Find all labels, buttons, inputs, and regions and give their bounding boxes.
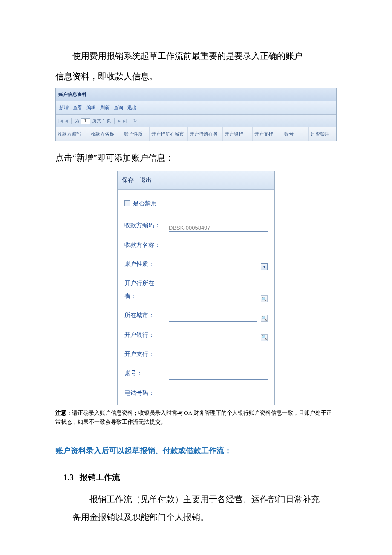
disable-checkbox[interactable] (124, 200, 130, 206)
label-city: 所在城市： (124, 309, 165, 321)
heading-num: 1.3 (63, 473, 74, 482)
grid-title: 账户信息资料 (56, 88, 336, 101)
pager-prev-icon[interactable]: ◀ (65, 116, 68, 125)
disable-label: 是否禁用 (133, 197, 157, 210)
note: 注意：请正确录入账户信息资料；收银员录入时需与 OA 财务管理下的个人银行账户资… (55, 409, 337, 427)
pager-first-icon[interactable]: |◀ (58, 116, 63, 125)
pager-page-input[interactable] (81, 118, 90, 124)
dropdown-icon[interactable]: ▾ (261, 263, 268, 270)
add-caption: 点击“新增”即可添加账户信息： (55, 149, 337, 167)
pager-label-suffix: 页共 1 页 (92, 116, 111, 126)
label-name: 收款方名称： (124, 239, 165, 251)
col-name[interactable]: 收款方名称 (89, 127, 122, 141)
toolbar-edit[interactable]: 编辑 (86, 103, 96, 113)
label-account: 账号： (124, 367, 165, 379)
note-label: 注意： (55, 410, 72, 416)
grid-headers: 收款方编码 收款方名称 账户性质 开户行所在城市 开户行所在省 开户银行 开户支… (56, 127, 336, 141)
body-1-3-a: 报销工作流（见单付款）主要用于各经营、运作部门日常补充 (72, 490, 337, 508)
col-disabled[interactable]: 是否禁用 (309, 127, 336, 141)
toolbar-add[interactable]: 新增 (59, 103, 69, 113)
lookup-icon[interactable]: 🔍 (261, 295, 268, 302)
input-name[interactable] (169, 243, 268, 251)
input-code[interactable] (169, 224, 268, 232)
grid-toolbar: 新增 查看 编辑 刷新 查询 退出 (56, 101, 336, 115)
intro-line-1: 使用费用报销系统起草工作流前最重要的是要录入正确的账户 (55, 47, 337, 65)
col-code[interactable]: 收款方编码 (56, 127, 89, 141)
toolbar-view[interactable]: 查看 (73, 103, 82, 113)
heading-1-3: 1.3 报销工作流 (55, 469, 337, 486)
label-province: 开户行所在省： (124, 277, 165, 302)
toolbar-query[interactable]: 查询 (114, 103, 123, 113)
pager-next-icon[interactable]: ▶ (118, 116, 121, 125)
form-save-button[interactable]: 保存 (122, 174, 134, 186)
account-form-panel: 保存 退出 是否禁用 收款方编码： 收款方名称： 账户性质： ▾ 开户行 (117, 171, 275, 405)
body-1-3-b: 备用金报销以及职能部门个人报销。 (72, 508, 337, 526)
col-account[interactable]: 账号 (282, 127, 309, 141)
lookup-icon[interactable]: 🔍 (261, 334, 268, 341)
input-branch[interactable] (169, 353, 268, 360)
form-exit-button[interactable]: 退出 (140, 174, 152, 186)
section-after-account: 账户资料录入后可以起草报销、付款或借款工作流： (55, 443, 337, 459)
input-phone[interactable] (169, 391, 268, 399)
input-nature[interactable] (169, 263, 257, 270)
grid-pager: |◀ ◀ 第 页共 1 页 ▶ ▶| ↻ (56, 115, 336, 127)
col-bank[interactable]: 开户银行 (223, 127, 253, 141)
form-toolbar: 保存 退出 (118, 171, 274, 189)
label-bank: 开户银行： (124, 329, 165, 341)
account-grid-panel: 账户信息资料 新增 查看 编辑 刷新 查询 退出 |◀ ◀ 第 页共 1 页 ▶… (55, 88, 337, 141)
col-province[interactable]: 开户行所在省 (188, 127, 223, 141)
label-phone: 电话号码： (124, 387, 165, 399)
input-bank[interactable] (169, 333, 257, 341)
label-branch: 开户支行： (124, 348, 165, 360)
col-nature[interactable]: 账户性质 (122, 127, 150, 141)
lookup-icon[interactable]: 🔍 (261, 315, 268, 322)
input-province[interactable] (169, 295, 257, 302)
col-branch[interactable]: 开户支行 (253, 127, 282, 141)
pager-last-icon[interactable]: ▶| (123, 116, 127, 125)
pager-label-prefix: 第 (75, 116, 79, 126)
toolbar-refresh[interactable]: 刷新 (100, 103, 110, 113)
pager-refresh-icon[interactable]: ↻ (133, 116, 137, 125)
note-text: 请正确录入账户信息资料；收银员录入时需与 OA 财务管理下的个人银行账户资料信息… (55, 410, 332, 425)
heading-title: 报销工作流 (80, 473, 120, 482)
label-nature: 账户性质： (124, 258, 165, 270)
input-account[interactable] (169, 372, 268, 380)
intro-line-2: 信息资料，即收款人信息。 (55, 67, 337, 85)
label-code: 收款方编码： (124, 219, 165, 231)
toolbar-exit[interactable]: 退出 (127, 103, 137, 113)
col-city[interactable]: 开户行所在城市 (150, 127, 188, 141)
input-city[interactable] (169, 314, 257, 322)
